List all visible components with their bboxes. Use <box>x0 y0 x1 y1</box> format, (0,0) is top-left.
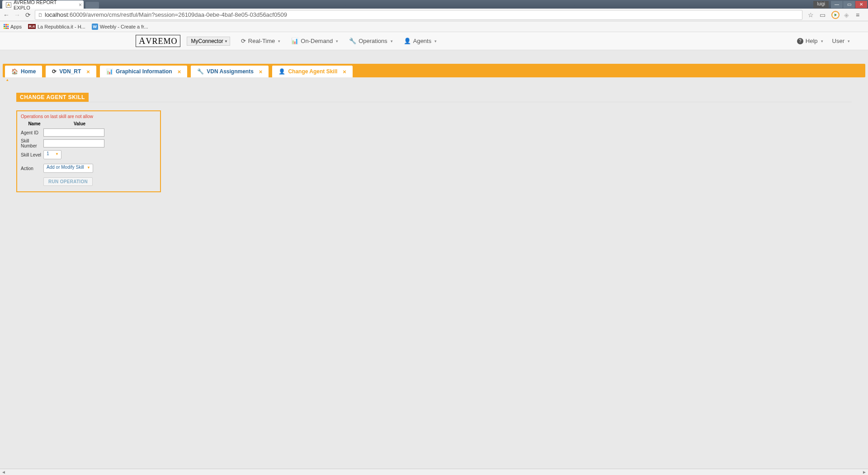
run-operation-button[interactable]: RUN OPERATION <box>43 177 93 186</box>
reload-button[interactable]: ⟳ <box>24 11 32 19</box>
tab-vdn-assignments[interactable]: 🔧 VDN Assignments × <box>190 65 269 77</box>
maximize-button[interactable]: ▭ <box>843 1 855 8</box>
scroll-left-arrow[interactable]: ◄ <box>0 469 7 475</box>
form-header: Name Value <box>21 121 156 127</box>
play-icon[interactable] <box>831 11 840 19</box>
column-header-value: Value <box>48 121 111 126</box>
tab-label: VDN_RT <box>59 68 81 75</box>
user-badge[interactable]: luigi <box>813 1 829 8</box>
nav-ondemand[interactable]: 📊 On-Demand ▾ <box>291 38 338 44</box>
nav-operations[interactable]: 🔧 Operations ▾ <box>349 38 393 44</box>
bookmark-apps[interactable]: Apps <box>4 24 22 29</box>
wrench-icon: 🔧 <box>349 38 356 44</box>
tab-graphical-info[interactable]: 📊 Graphical Information × <box>99 65 188 77</box>
close-icon[interactable]: × <box>86 68 90 75</box>
nav-label: Operations <box>359 38 387 44</box>
label-skill-level: Skill Level <box>21 152 43 157</box>
bookmark-weebly[interactable]: W Weebly - Create a fr... <box>92 24 148 30</box>
home-icon: 🏠 <box>11 68 18 75</box>
collapse-toggle[interactable]: ▴ <box>3 77 865 82</box>
chart-icon: 📊 <box>291 38 298 44</box>
action-select[interactable]: Add or Modify Skill <box>43 164 93 173</box>
favicon-icon: A <box>6 2 11 8</box>
app-logo: AVREMO <box>136 35 180 47</box>
scroll-track[interactable] <box>7 469 861 475</box>
menu-icon[interactable]: ≡ <box>856 11 863 19</box>
nav-label: Help <box>806 38 818 44</box>
tab-change-agent-skill[interactable]: 👤 Change Agent Skill × <box>272 65 353 77</box>
weebly-icon: W <box>92 24 98 30</box>
bookmark-label: Apps <box>10 24 22 29</box>
label-agent-id: Agent ID <box>21 130 43 135</box>
nav-label: Agents <box>413 38 431 44</box>
horizontal-scrollbar[interactable]: ◄ ► <box>0 469 868 475</box>
caret-down-icon: ▾ <box>821 39 823 43</box>
extension-icon[interactable]: ◈ <box>844 11 851 19</box>
tab-home[interactable]: 🏠 Home <box>5 65 42 77</box>
app-header: AVREMO MyConnector ⟳ Real-Time ▾ 📊 On-De… <box>0 32 868 50</box>
chart-icon: 📊 <box>106 68 113 75</box>
url-path: :60009/avremo/cms/restful/Main?session=2… <box>68 11 287 18</box>
url-bar[interactable]: 🗋 localhost:60009/avremo/cms/restful/Mai… <box>35 10 802 20</box>
form-row-skill-number: Skill Number <box>21 138 156 148</box>
column-header-name: Name <box>21 121 48 126</box>
form-row-skill-level: Skill Level 1 <box>21 150 156 159</box>
form-row-agent-id: Agent ID <box>21 128 156 137</box>
caret-down-icon: ▾ <box>278 39 280 43</box>
browser-tab-title: AVREMO REPORT EXPLO <box>14 0 75 10</box>
skill-number-input[interactable] <box>43 139 104 147</box>
nav-help[interactable]: ? Help ▾ <box>797 38 823 44</box>
scroll-right-arrow[interactable]: ► <box>861 469 868 475</box>
nav-label: Real-Time <box>248 38 275 44</box>
label-skill-number: Skill Number <box>21 138 43 148</box>
tab-label: Home <box>21 68 36 75</box>
close-icon[interactable]: × <box>259 68 263 75</box>
caret-down-icon: ▾ <box>391 39 393 43</box>
star-icon[interactable]: ☆ <box>808 11 815 19</box>
close-icon[interactable]: × <box>343 68 346 75</box>
tab-label: Change Agent Skill <box>288 68 337 75</box>
tab-vdn-rt[interactable]: ⟳ VDN_RT × <box>45 65 97 77</box>
app-viewport: AVREMO MyConnector ⟳ Real-Time ▾ 📊 On-De… <box>0 32 868 475</box>
label-action: Action <box>21 166 43 171</box>
device-icon[interactable]: ▭ <box>820 11 827 19</box>
bookmark-label: La Repubblica.it - H... <box>38 24 85 29</box>
page-icon: 🗋 <box>38 12 43 18</box>
url-host: localhost <box>45 11 68 18</box>
section-title: CHANGE AGENT SKILL <box>16 93 89 102</box>
apps-icon <box>4 24 9 29</box>
caret-down-icon: ▾ <box>336 39 338 43</box>
close-window-button[interactable]: ✕ <box>855 1 867 8</box>
repubblica-icon: R.it <box>28 24 36 29</box>
connector-select[interactable]: MyConnector <box>187 37 230 46</box>
close-icon[interactable]: × <box>178 68 181 75</box>
back-button[interactable]: ← <box>2 11 10 19</box>
browser-tab[interactable]: A AVREMO REPORT EXPLO × <box>2 0 84 9</box>
nav-label: On-Demand <box>301 38 333 44</box>
new-tab-button[interactable] <box>85 2 99 9</box>
nav-realtime[interactable]: ⟳ Real-Time ▾ <box>241 38 280 44</box>
close-icon[interactable]: × <box>79 2 82 8</box>
wrench-icon: 🔧 <box>197 68 204 75</box>
forward-button[interactable]: → <box>13 11 21 19</box>
form-row-action: Action Add or Modify Skill <box>21 164 156 173</box>
person-icon: 👤 <box>278 68 285 75</box>
bookmark-repubblica[interactable]: R.it La Repubblica.it - H... <box>28 24 85 29</box>
nav-user[interactable]: User ▾ <box>832 38 850 44</box>
skill-level-select[interactable]: 1 <box>43 150 61 159</box>
nav-agents[interactable]: 👤 Agents ▾ <box>404 38 437 44</box>
bookmarks-bar: Apps R.it La Repubblica.it - H... W Weeb… <box>0 21 868 32</box>
help-icon: ? <box>797 38 803 44</box>
form-panel: Operations on last skill are not allow N… <box>16 110 161 192</box>
window-controls: luigi ― ▭ ✕ <box>813 1 867 8</box>
bookmark-label: Weebly - Create a fr... <box>100 24 148 29</box>
caret-down-icon: ▾ <box>848 39 850 43</box>
refresh-icon: ⟳ <box>241 38 246 44</box>
person-icon: 👤 <box>404 38 411 44</box>
minimize-button[interactable]: ― <box>831 1 843 8</box>
refresh-icon: ⟳ <box>52 68 57 75</box>
divider <box>16 102 852 102</box>
caret-down-icon: ▾ <box>434 39 437 43</box>
browser-titlebar: A AVREMO REPORT EXPLO × luigi ― ▭ ✕ <box>0 0 868 9</box>
agent-id-input[interactable] <box>43 128 104 137</box>
